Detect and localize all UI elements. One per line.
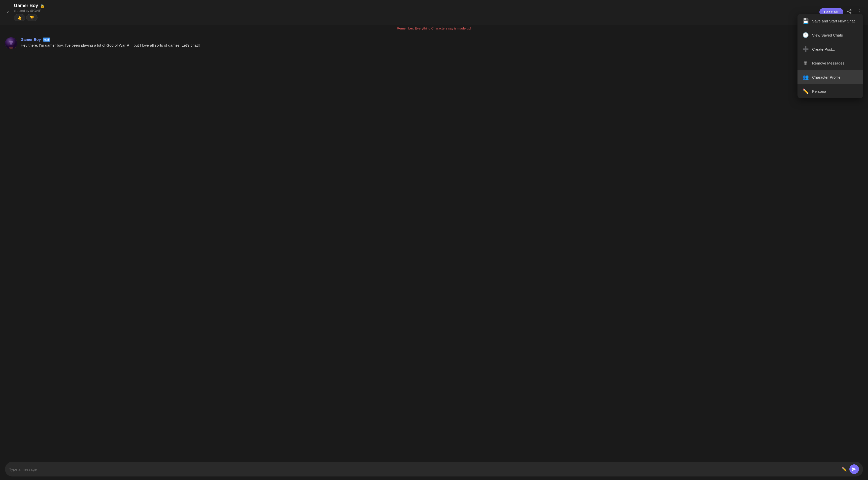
dropdown-menu: 💾Save and Start New Chat🕐View Saved Chat…	[798, 14, 863, 98]
menu-item-create-post[interactable]: ➕Create Post...	[798, 42, 863, 56]
svg-point-11	[9, 47, 13, 49]
menu-label-create-post: Create Post...	[812, 47, 835, 51]
menu-icon-persona: ✏️	[803, 88, 809, 94]
header: ‹ Gamer Boy 🔒 created by @GAIP 👍 👎 Get c…	[0, 0, 868, 25]
menu-item-remove-messages[interactable]: 🗑Remove Messages	[798, 56, 863, 70]
message-text: Hey there. I'm gamer boy. I've been play…	[21, 42, 200, 49]
back-button[interactable]: ‹	[5, 8, 11, 17]
cai-badge: c.ai	[43, 37, 50, 41]
menu-icon-save-new-chat: 💾	[803, 18, 809, 24]
thumbs-down-button[interactable]: 👎	[26, 14, 37, 21]
menu-item-save-new-chat[interactable]: 💾Save and Start New Chat	[798, 14, 863, 28]
message-content: Gamer Boy c.ai Hey there. I'm gamer boy.…	[21, 37, 200, 49]
creator-info: created by @GAIP	[14, 9, 816, 12]
svg-line-4	[848, 10, 850, 11]
lock-icon: 🔒	[40, 3, 45, 8]
edit-icon: ✏️	[842, 467, 847, 472]
title-row: Gamer Boy 🔒	[14, 3, 816, 8]
menu-icon-remove-messages: 🗑	[803, 60, 809, 66]
notice-text: Remember: Everything Characters say is m…	[397, 26, 471, 30]
send-button[interactable]	[849, 464, 859, 474]
message-name-row: Gamer Boy c.ai	[21, 37, 200, 41]
creator-handle[interactable]: @GAIP	[30, 9, 41, 12]
menu-item-persona[interactable]: ✏️Persona	[798, 84, 863, 98]
svg-point-5	[859, 9, 860, 10]
input-wrapper: ✏️	[5, 462, 863, 477]
chat-area: Gamer Boy c.ai Hey there. I'm gamer boy.…	[0, 32, 868, 458]
svg-point-6	[859, 11, 860, 12]
message-input[interactable]	[9, 467, 839, 472]
svg-point-7	[859, 12, 860, 13]
creator-label: created by	[14, 9, 29, 12]
menu-label-character-profile: Character Profile	[812, 75, 841, 79]
menu-icon-character-profile: 👥	[803, 74, 809, 80]
character-name: Gamer Boy	[14, 3, 38, 8]
menu-item-character-profile[interactable]: 👥Character Profile	[798, 70, 863, 84]
menu-label-remove-messages: Remove Messages	[812, 61, 844, 65]
message-row: Gamer Boy c.ai Hey there. I'm gamer boy.…	[5, 37, 863, 50]
menu-label-persona: Persona	[812, 89, 826, 93]
avatar	[5, 37, 17, 50]
menu-icon-create-post: ➕	[803, 46, 809, 52]
menu-icon-view-saved-chats: 🕐	[803, 32, 809, 38]
header-info: Gamer Boy 🔒 created by @GAIP 👍 👎	[14, 3, 816, 21]
menu-label-view-saved-chats: View Saved Chats	[812, 33, 843, 37]
input-area: ✏️	[0, 458, 868, 480]
message-character-name: Gamer Boy	[21, 37, 41, 41]
thumbs-up-button[interactable]: 👍	[14, 14, 25, 21]
notice-bar: Remember: Everything Characters say is m…	[0, 25, 868, 32]
svg-line-3	[848, 12, 850, 12]
menu-label-save-new-chat: Save and Start New Chat	[812, 19, 855, 23]
menu-item-view-saved-chats[interactable]: 🕐View Saved Chats	[798, 28, 863, 42]
vote-buttons: 👍 👎	[14, 14, 816, 21]
